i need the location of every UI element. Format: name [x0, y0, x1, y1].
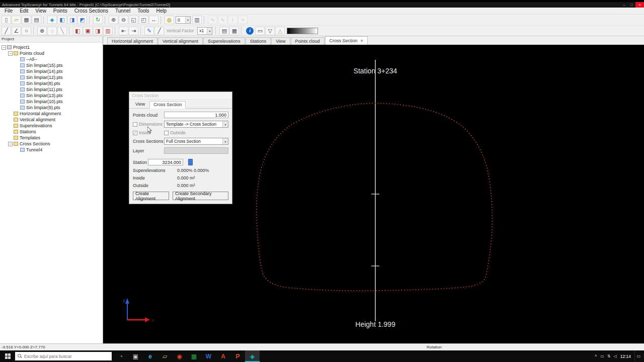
tree-item-sin-limpiar-10-pts[interactable]: Sin limpiar(10).pts: [0, 99, 103, 105]
grid-small-icon[interactable]: ▤: [219, 27, 229, 35]
tree-item-points-cloud[interactable]: −Points cloud: [0, 50, 103, 56]
create-secondary-alignment-button[interactable]: Create Secondary Alignment: [173, 192, 228, 200]
station-info-icon[interactable]: i: [246, 27, 254, 35]
menu-item-edit[interactable]: Edit: [16, 8, 32, 14]
view-front-icon[interactable]: ◧: [57, 16, 67, 24]
tree-item-sin-limpiar-12-pts[interactable]: Sin limpiar(12).pts: [0, 74, 103, 80]
section-pick-icon[interactable]: ▣: [83, 27, 93, 35]
tab-stations[interactable]: Stations: [246, 37, 271, 45]
menu-item-points[interactable]: Points: [50, 8, 71, 14]
points-cloud-input[interactable]: 1.000: [164, 112, 228, 118]
word-icon[interactable]: W: [201, 350, 216, 362]
tree-item-sin-limpiar-8-pts[interactable]: Sin limpiar(8).pts: [0, 80, 103, 86]
tab-superelevations[interactable]: Superelevations: [203, 37, 245, 45]
view-3d-cube-icon[interactable]: ◈: [47, 16, 57, 24]
draw-polyline-icon[interactable]: ∠: [12, 27, 21, 35]
tree-item-all[interactable]: --All--: [0, 56, 103, 62]
prism-icon[interactable]: △: [275, 27, 285, 35]
notification-center-icon[interactable]: ▭: [634, 350, 642, 362]
spline-2-icon[interactable]: ∿: [218, 16, 227, 24]
spline-4-icon[interactable]: ≈: [238, 16, 248, 24]
tab-cross-section[interactable]: Cross Section×: [325, 36, 368, 45]
vertical-factor-combo[interactable]: x1▾: [197, 27, 212, 35]
file-explorer-icon[interactable]: ▱: [157, 350, 172, 362]
view-side-icon[interactable]: ◨: [67, 16, 77, 24]
acrobat-icon[interactable]: A: [216, 350, 230, 362]
menu-item-cross-sections[interactable]: Cross Sections: [71, 8, 112, 14]
spline-3-icon[interactable]: ≀: [228, 16, 237, 24]
tcpscancyr-app-icon[interactable]: ◈: [245, 350, 260, 362]
dialog-tab-view[interactable]: View: [132, 101, 148, 108]
light-level-combo[interactable]: 0▾: [176, 16, 191, 24]
dialog-titlebar[interactable]: Cross Section: [129, 92, 232, 100]
tray-chevron-icon[interactable]: ^: [595, 354, 597, 359]
open-file-icon[interactable]: ▱: [12, 16, 21, 24]
volume-icon[interactable]: ◁: [614, 354, 617, 358]
edit-pencil-icon[interactable]: ✎: [144, 27, 154, 35]
tree-item-sin-limpiar-14-pts[interactable]: Sin limpiar(14).pts: [0, 68, 103, 74]
inside-checkbox[interactable]: ✓: [133, 131, 137, 135]
tree-item-sin-limpiar-13-pts[interactable]: Sin limpiar(13).pts: [0, 93, 103, 99]
station-slider[interactable]: [188, 159, 193, 165]
tab-horizontal-alignment[interactable]: Horizontal alignment: [107, 37, 157, 45]
network-icon[interactable]: ⇅: [607, 354, 611, 358]
cross-section-canvas[interactable]: Station 3+234 Height 1.999 Z X: [103, 45, 644, 343]
capture-icon[interactable]: ▥: [192, 16, 202, 24]
new-file-icon[interactable]: ▯: [2, 16, 11, 24]
create-alignment-button[interactable]: Create Alignment: [133, 192, 169, 200]
section-range-icon[interactable]: ◨: [93, 27, 103, 35]
tree-item-vertical-alignment[interactable]: Vertical alignment: [0, 117, 103, 123]
tree-expander-icon[interactable]: −: [8, 51, 13, 56]
powerpoint-icon[interactable]: P: [230, 350, 245, 362]
taskbar-clock[interactable]: 12:14: [620, 354, 631, 359]
dialog-tab-cross-section[interactable]: Cross Section: [149, 101, 186, 109]
tree-expander-icon[interactable]: −: [8, 142, 13, 146]
start-button[interactable]: [0, 350, 15, 362]
tab-close-icon[interactable]: ×: [361, 38, 363, 43]
tree-item-templates[interactable]: Templates: [0, 135, 103, 141]
cross-sections-select[interactable]: Full Cross Section ▾: [164, 138, 228, 145]
tab-points-cloud[interactable]: Points cloud: [291, 37, 325, 45]
pan-icon[interactable]: ↔: [149, 16, 158, 24]
tree-item-sin-limpiar-15-pts[interactable]: Sin limpiar(15).pts: [0, 62, 103, 68]
tree-item-horizontal-alignment[interactable]: Horizontal alignment: [0, 111, 103, 117]
station-input[interactable]: 3234.000: [148, 159, 183, 165]
outside-checkbox[interactable]: [164, 131, 169, 135]
snap-center-icon[interactable]: ⊕: [37, 27, 47, 35]
zoom-out-icon[interactable]: ⊖: [119, 16, 128, 24]
edge-icon[interactable]: e: [143, 350, 157, 362]
chrome-icon[interactable]: ◉: [172, 350, 187, 362]
dimensions-select[interactable]: Template -> Cross Section ▾: [164, 121, 228, 128]
tree-item-project1[interactable]: −Project1: [0, 44, 103, 50]
menu-item-tools[interactable]: Tools: [134, 8, 152, 14]
tree-item-cross-sections[interactable]: −Cross Sections: [0, 141, 103, 147]
zoom-window-icon[interactable]: ◱: [129, 16, 138, 24]
tree-item-sin-limpiar-11-pts[interactable]: Sin limpiar(11).pts: [0, 86, 103, 93]
view-plan-icon[interactable]: ◩: [77, 16, 87, 24]
menu-item-file[interactable]: File: [1, 8, 16, 14]
close-button[interactable]: ×: [635, 2, 644, 8]
step-back-icon[interactable]: ⇤: [119, 27, 128, 35]
tab-vertical-alignment[interactable]: Vertical alignment: [158, 37, 203, 45]
menu-item-tunnel[interactable]: Tunnel: [112, 8, 134, 14]
minimize-button[interactable]: –: [620, 2, 628, 8]
step-forward-icon[interactable]: ⇥: [129, 27, 138, 35]
cortana-icon[interactable]: ◔: [114, 350, 128, 362]
draw-circle-icon[interactable]: ○: [22, 27, 31, 35]
tree-item-stations[interactable]: Stations: [0, 129, 103, 135]
zoom-in-icon[interactable]: ⊕: [109, 16, 118, 24]
excel-icon[interactable]: ▦: [187, 350, 201, 362]
save-icon[interactable]: ▦: [22, 16, 31, 24]
export-icon[interactable]: ▤: [32, 16, 41, 24]
filter-icon[interactable]: ▽: [265, 27, 275, 35]
dimensions-checkbox[interactable]: [133, 122, 137, 127]
menu-item-help[interactable]: Help: [152, 8, 170, 14]
tree-item-sin-limpiar-9-pts[interactable]: Sin limpiar(9).pts: [0, 105, 103, 111]
section-prev-icon[interactable]: ◧: [73, 27, 83, 35]
tree-item-tunnel4[interactable]: Tunnel4: [0, 147, 103, 153]
offset-icon[interactable]: ╲: [57, 27, 67, 35]
orbit-icon[interactable]: ↻: [93, 16, 103, 24]
task-view-icon[interactable]: ▣: [128, 350, 143, 362]
spline-1-icon[interactable]: ∿: [208, 16, 217, 24]
tab-view[interactable]: View: [271, 37, 290, 45]
